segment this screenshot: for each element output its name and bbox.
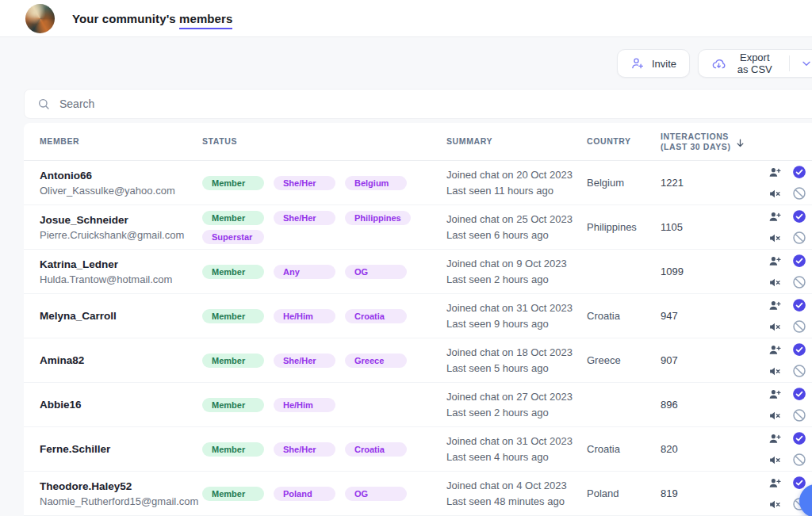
status-badge: She/Her	[274, 211, 335, 225]
export-csv-button[interactable]: Export as CSV	[698, 49, 812, 78]
column-header-interactions[interactable]: INTERACTIONS (LAST 30 DAYS)	[661, 132, 754, 152]
approve-button[interactable]	[792, 254, 806, 268]
block-icon	[792, 453, 806, 467]
table-row: Ferne.Schiller MemberShe/HerCroatia Join…	[24, 427, 812, 472]
chevron-down-icon[interactable]	[800, 57, 812, 70]
mute-button[interactable]	[768, 497, 782, 511]
check-circle-icon	[792, 387, 806, 401]
block-icon	[792, 364, 806, 378]
add-member-button[interactable]	[768, 298, 782, 312]
approve-button[interactable]	[792, 431, 806, 445]
add-member-button[interactable]	[768, 165, 782, 179]
block-button[interactable]	[792, 186, 806, 201]
country-cell: Croatia	[587, 310, 661, 322]
row-actions	[768, 342, 812, 378]
check-circle-icon	[792, 165, 806, 179]
summary-line-1: Joined chat on 25 Oct 2023	[446, 212, 587, 227]
approve-button[interactable]	[792, 342, 806, 357]
block-button[interactable]	[792, 231, 806, 245]
table-header: MEMBER STATUS SUMMARY COUNTRY INTERACTIO…	[24, 123, 812, 161]
table-row: Amina82 MemberShe/HerGreece Joined chat …	[24, 338, 812, 383]
mute-button[interactable]	[768, 275, 782, 289]
status-badge: Member	[202, 265, 264, 279]
member-name: Ferne.Schiller	[40, 441, 202, 457]
mute-button[interactable]	[768, 453, 782, 467]
interactions-count: 1221	[661, 177, 754, 189]
check-circle-icon	[792, 209, 806, 224]
search-input[interactable]	[59, 97, 811, 110]
member-name: Amina82	[40, 353, 202, 368]
block-icon	[792, 275, 806, 289]
member-name: Abbie16	[40, 397, 202, 412]
mute-button[interactable]	[768, 364, 782, 378]
volume-mute-icon	[768, 409, 782, 422]
block-button[interactable]	[792, 453, 806, 467]
status-badge: She/Her	[274, 354, 335, 368]
member-name: Antonio66	[40, 168, 202, 183]
summary-line-1: Joined chat on 31 Oct 2023	[446, 300, 587, 316]
check-circle-icon	[792, 431, 806, 445]
volume-mute-icon	[768, 320, 782, 334]
button-divider	[789, 55, 790, 71]
summary-line-1: Joined chat on 31 Oct 2023	[446, 434, 587, 449]
summary-line-2: Last seen 2 hours ago	[446, 272, 587, 288]
export-csv-label: Export as CSV	[733, 52, 776, 75]
block-icon	[792, 319, 806, 334]
mute-button[interactable]	[768, 231, 782, 245]
table-body: Antonio66 Oliver_Kassulke@yahoo.com Memb…	[24, 161, 812, 516]
status-badges: MemberShe/HerGreece	[202, 354, 446, 368]
row-actions	[768, 209, 812, 245]
add-member-button[interactable]	[768, 431, 782, 445]
summary-line-1: Joined chat on 18 Oct 2023	[446, 345, 587, 361]
person-add-icon	[768, 166, 782, 179]
status-badge: Croatia	[345, 309, 407, 323]
summary-cell: Joined chat on 27 Oct 2023 Last seen 2 h…	[446, 389, 587, 421]
volume-mute-icon	[768, 453, 782, 467]
approve-button[interactable]	[792, 387, 806, 401]
toolbar: Invite Export as CSV	[617, 49, 812, 78]
member-cell: Katrina_Ledner Hulda.Trantow@hotmail.com	[40, 257, 202, 287]
top-bar: Your community's members	[0, 0, 812, 37]
member-cell: Antonio66 Oliver_Kassulke@yahoo.com	[40, 168, 202, 198]
members-table: MEMBER STATUS SUMMARY COUNTRY INTERACTIO…	[24, 123, 812, 516]
member-cell: Amina82	[40, 353, 202, 368]
interactions-count: 907	[661, 354, 754, 366]
volume-mute-icon	[768, 276, 782, 289]
mute-button[interactable]	[768, 319, 782, 334]
status-badge: Philippines	[345, 211, 411, 225]
approve-button[interactable]	[792, 298, 806, 312]
volume-mute-icon	[768, 187, 782, 201]
add-member-button[interactable]	[768, 387, 782, 401]
table-row: Antonio66 Oliver_Kassulke@yahoo.com Memb…	[24, 161, 812, 205]
person-add-icon	[768, 254, 782, 268]
community-avatar[interactable]	[25, 4, 55, 33]
member-name: Theodore.Haley52	[40, 479, 202, 494]
block-button[interactable]	[792, 364, 806, 378]
status-badge: She/Her	[274, 176, 335, 190]
country-cell: Belgium	[587, 177, 661, 189]
status-badge: Member	[202, 176, 264, 190]
approve-button[interactable]	[792, 165, 806, 179]
block-button[interactable]	[792, 275, 806, 289]
member-name: Melyna_Carroll	[40, 308, 202, 323]
status-badge: Croatia	[345, 442, 407, 457]
block-button[interactable]	[792, 319, 806, 334]
status-badge: He/Him	[274, 398, 335, 412]
add-member-button[interactable]	[768, 254, 782, 268]
add-member-button[interactable]	[768, 476, 782, 490]
row-actions	[768, 298, 812, 334]
summary-cell: Joined chat on 31 Oct 2023 Last seen 9 h…	[446, 300, 587, 332]
block-icon	[792, 186, 806, 201]
status-badge: Member	[202, 309, 264, 323]
mute-button[interactable]	[768, 186, 782, 201]
mute-button[interactable]	[768, 408, 782, 422]
status-badge: OG	[345, 265, 407, 279]
status-badges: MemberShe/HerCroatia	[202, 442, 446, 457]
summary-line-1: Joined chat on 9 Oct 2023	[446, 256, 587, 272]
block-button[interactable]	[792, 408, 806, 422]
invite-button[interactable]: Invite	[617, 49, 690, 78]
approve-button[interactable]	[792, 209, 806, 224]
add-member-button[interactable]	[768, 209, 782, 224]
interactions-count: 1099	[661, 266, 754, 277]
add-member-button[interactable]	[768, 342, 782, 357]
